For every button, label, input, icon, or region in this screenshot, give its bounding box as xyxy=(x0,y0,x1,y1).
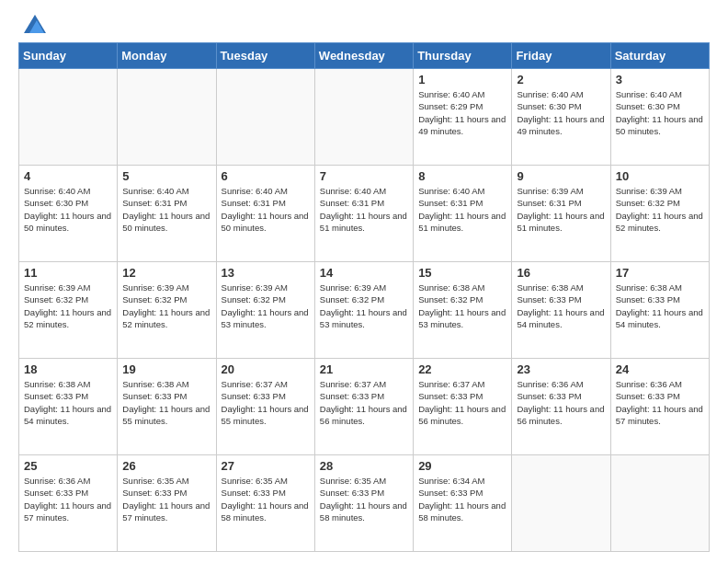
day-info: Sunrise: 6:39 AM Sunset: 6:32 PM Dayligh… xyxy=(122,282,210,330)
calendar-header: Sunday Monday Tuesday Wednesday Thursday… xyxy=(19,43,710,69)
calendar-cell: 12Sunrise: 6:39 AM Sunset: 6:32 PM Dayli… xyxy=(118,262,216,359)
calendar-cell: 15Sunrise: 6:38 AM Sunset: 6:32 PM Dayli… xyxy=(414,262,512,359)
day-number: 16 xyxy=(517,266,605,280)
day-number: 17 xyxy=(616,266,704,280)
day-info: Sunrise: 6:38 AM Sunset: 6:33 PM Dayligh… xyxy=(24,378,112,427)
day-info: Sunrise: 6:36 AM Sunset: 6:33 PM Dayligh… xyxy=(517,378,605,427)
header xyxy=(18,15,710,33)
day-info: Sunrise: 6:38 AM Sunset: 6:33 PM Dayligh… xyxy=(616,282,704,330)
calendar-cell: 27Sunrise: 6:35 AM Sunset: 6:33 PM Dayli… xyxy=(216,455,314,552)
calendar-body: 1Sunrise: 6:40 AM Sunset: 6:29 PM Daylig… xyxy=(19,69,710,552)
day-info: Sunrise: 6:37 AM Sunset: 6:33 PM Dayligh… xyxy=(320,378,408,427)
calendar-cell xyxy=(216,69,314,166)
day-number: 4 xyxy=(24,169,112,183)
day-info: Sunrise: 6:38 AM Sunset: 6:33 PM Dayligh… xyxy=(122,378,210,427)
day-info: Sunrise: 6:39 AM Sunset: 6:31 PM Dayligh… xyxy=(517,185,605,234)
th-thursday: Thursday xyxy=(414,43,512,69)
day-info: Sunrise: 6:40 AM Sunset: 6:31 PM Dayligh… xyxy=(418,185,506,234)
day-number: 19 xyxy=(122,362,210,376)
day-number: 18 xyxy=(24,362,112,376)
day-number: 24 xyxy=(616,362,704,376)
th-monday: Monday xyxy=(118,43,216,69)
day-number: 28 xyxy=(320,459,408,473)
calendar-cell: 16Sunrise: 6:38 AM Sunset: 6:33 PM Dayli… xyxy=(512,262,610,359)
calendar-cell xyxy=(512,455,610,552)
day-info: Sunrise: 6:40 AM Sunset: 6:30 PM Dayligh… xyxy=(517,88,605,137)
calendar-cell: 14Sunrise: 6:39 AM Sunset: 6:32 PM Dayli… xyxy=(314,262,413,359)
week-row-5: 25Sunrise: 6:36 AM Sunset: 6:33 PM Dayli… xyxy=(19,455,710,552)
calendar: Sunday Monday Tuesday Wednesday Thursday… xyxy=(18,42,710,552)
weekday-row: Sunday Monday Tuesday Wednesday Thursday… xyxy=(19,43,710,69)
day-info: Sunrise: 6:39 AM Sunset: 6:32 PM Dayligh… xyxy=(616,185,704,234)
day-info: Sunrise: 6:40 AM Sunset: 6:30 PM Dayligh… xyxy=(616,88,704,137)
day-info: Sunrise: 6:40 AM Sunset: 6:30 PM Dayligh… xyxy=(24,185,112,234)
day-number: 7 xyxy=(320,169,408,183)
day-info: Sunrise: 6:38 AM Sunset: 6:32 PM Dayligh… xyxy=(418,282,506,330)
day-info: Sunrise: 6:35 AM Sunset: 6:33 PM Dayligh… xyxy=(122,475,210,523)
page: Sunday Monday Tuesday Wednesday Thursday… xyxy=(0,0,728,563)
calendar-cell: 5Sunrise: 6:40 AM Sunset: 6:31 PM Daylig… xyxy=(118,166,216,262)
calendar-cell: 8Sunrise: 6:40 AM Sunset: 6:31 PM Daylig… xyxy=(414,166,512,262)
calendar-cell: 2Sunrise: 6:40 AM Sunset: 6:30 PM Daylig… xyxy=(512,69,610,166)
calendar-cell: 21Sunrise: 6:37 AM Sunset: 6:33 PM Dayli… xyxy=(314,359,413,455)
th-saturday: Saturday xyxy=(610,43,709,69)
calendar-cell: 3Sunrise: 6:40 AM Sunset: 6:30 PM Daylig… xyxy=(610,69,709,166)
day-info: Sunrise: 6:37 AM Sunset: 6:33 PM Dayligh… xyxy=(418,378,506,427)
calendar-cell xyxy=(610,455,709,552)
calendar-cell: 9Sunrise: 6:39 AM Sunset: 6:31 PM Daylig… xyxy=(512,166,610,262)
calendar-cell: 26Sunrise: 6:35 AM Sunset: 6:33 PM Dayli… xyxy=(118,455,216,552)
day-number: 25 xyxy=(24,459,112,473)
calendar-cell: 6Sunrise: 6:40 AM Sunset: 6:31 PM Daylig… xyxy=(216,166,314,262)
calendar-cell: 24Sunrise: 6:36 AM Sunset: 6:33 PM Dayli… xyxy=(610,359,709,455)
day-number: 20 xyxy=(222,362,310,376)
day-number: 10 xyxy=(616,169,704,183)
day-info: Sunrise: 6:40 AM Sunset: 6:29 PM Dayligh… xyxy=(418,88,506,137)
calendar-cell: 23Sunrise: 6:36 AM Sunset: 6:33 PM Dayli… xyxy=(512,359,610,455)
day-info: Sunrise: 6:39 AM Sunset: 6:32 PM Dayligh… xyxy=(320,282,408,330)
day-number: 11 xyxy=(24,266,112,280)
day-number: 8 xyxy=(418,169,506,183)
th-wednesday: Wednesday xyxy=(314,43,413,69)
th-tuesday: Tuesday xyxy=(216,43,314,69)
week-row-4: 18Sunrise: 6:38 AM Sunset: 6:33 PM Dayli… xyxy=(19,359,710,455)
logo xyxy=(18,15,46,33)
calendar-cell: 29Sunrise: 6:34 AM Sunset: 6:33 PM Dayli… xyxy=(414,455,512,552)
calendar-cell xyxy=(19,69,118,166)
calendar-cell: 18Sunrise: 6:38 AM Sunset: 6:33 PM Dayli… xyxy=(19,359,118,455)
calendar-cell: 11Sunrise: 6:39 AM Sunset: 6:32 PM Dayli… xyxy=(19,262,118,359)
calendar-cell: 7Sunrise: 6:40 AM Sunset: 6:31 PM Daylig… xyxy=(314,166,413,262)
day-number: 15 xyxy=(418,266,506,280)
day-info: Sunrise: 6:40 AM Sunset: 6:31 PM Dayligh… xyxy=(222,185,310,234)
day-info: Sunrise: 6:34 AM Sunset: 6:33 PM Dayligh… xyxy=(418,475,506,523)
day-number: 27 xyxy=(222,459,310,473)
day-number: 3 xyxy=(616,73,704,86)
day-info: Sunrise: 6:37 AM Sunset: 6:33 PM Dayligh… xyxy=(222,378,310,427)
calendar-cell xyxy=(314,69,413,166)
calendar-cell: 17Sunrise: 6:38 AM Sunset: 6:33 PM Dayli… xyxy=(610,262,709,359)
calendar-cell: 13Sunrise: 6:39 AM Sunset: 6:32 PM Dayli… xyxy=(216,262,314,359)
day-info: Sunrise: 6:35 AM Sunset: 6:33 PM Dayligh… xyxy=(222,475,310,523)
th-friday: Friday xyxy=(512,43,610,69)
th-sunday: Sunday xyxy=(19,43,118,69)
logo-icon xyxy=(24,15,46,33)
day-number: 29 xyxy=(418,459,506,473)
day-number: 23 xyxy=(517,362,605,376)
day-number: 9 xyxy=(517,169,605,183)
calendar-cell: 28Sunrise: 6:35 AM Sunset: 6:33 PM Dayli… xyxy=(314,455,413,552)
week-row-2: 4Sunrise: 6:40 AM Sunset: 6:30 PM Daylig… xyxy=(19,166,710,262)
calendar-cell: 1Sunrise: 6:40 AM Sunset: 6:29 PM Daylig… xyxy=(414,69,512,166)
day-info: Sunrise: 6:38 AM Sunset: 6:33 PM Dayligh… xyxy=(517,282,605,330)
day-info: Sunrise: 6:40 AM Sunset: 6:31 PM Dayligh… xyxy=(122,185,210,234)
calendar-cell: 10Sunrise: 6:39 AM Sunset: 6:32 PM Dayli… xyxy=(610,166,709,262)
day-info: Sunrise: 6:39 AM Sunset: 6:32 PM Dayligh… xyxy=(222,282,310,330)
day-number: 2 xyxy=(517,73,605,86)
day-info: Sunrise: 6:40 AM Sunset: 6:31 PM Dayligh… xyxy=(320,185,408,234)
day-info: Sunrise: 6:36 AM Sunset: 6:33 PM Dayligh… xyxy=(24,475,112,523)
calendar-cell: 25Sunrise: 6:36 AM Sunset: 6:33 PM Dayli… xyxy=(19,455,118,552)
calendar-cell xyxy=(118,69,216,166)
day-number: 1 xyxy=(418,73,506,86)
day-info: Sunrise: 6:35 AM Sunset: 6:33 PM Dayligh… xyxy=(320,475,408,523)
day-number: 12 xyxy=(122,266,210,280)
day-info: Sunrise: 6:36 AM Sunset: 6:33 PM Dayligh… xyxy=(616,378,704,427)
week-row-3: 11Sunrise: 6:39 AM Sunset: 6:32 PM Dayli… xyxy=(19,262,710,359)
